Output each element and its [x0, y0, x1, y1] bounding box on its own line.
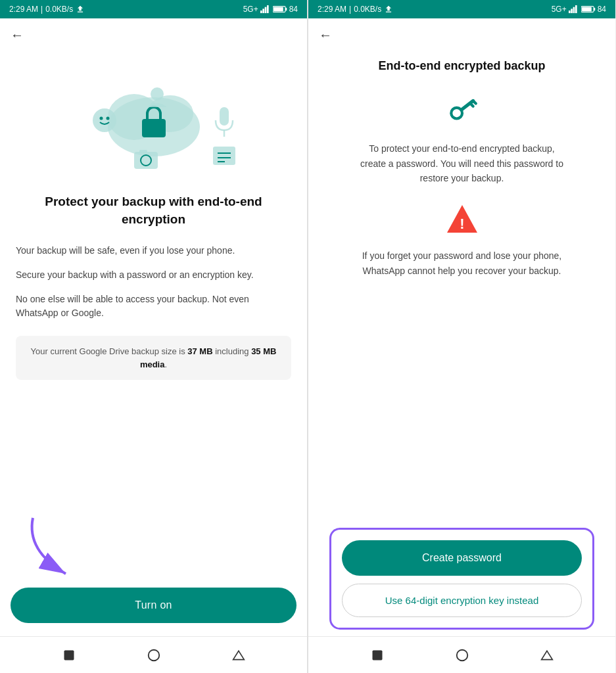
- left-speed: 0.0KB/s: [45, 5, 73, 14]
- upload-icon: [76, 5, 85, 14]
- encryption-key-button[interactable]: Use 64-digit encryption key instead: [342, 584, 582, 617]
- square-icon: [62, 649, 76, 662]
- svg-point-36: [452, 109, 461, 118]
- key-svg-icon: [446, 94, 479, 127]
- warning-info-text: If you forget your password and lose you…: [357, 248, 567, 278]
- left-phone-screen: 2:29 AM | 0.0KB/s 5G+ 84: [0, 0, 308, 673]
- svg-text:!: !: [460, 216, 464, 232]
- svg-rect-15: [134, 152, 158, 169]
- left-bottom-nav: [0, 636, 307, 673]
- svg-marker-27: [233, 651, 244, 659]
- right-signal-icon: [569, 5, 579, 13]
- signal-icon: [260, 5, 271, 13]
- battery-icon: [273, 5, 287, 13]
- svg-rect-18: [220, 107, 229, 126]
- circle-icon: [147, 648, 161, 662]
- right-back-nav-button[interactable]: [453, 646, 471, 664]
- key-info-block: To protect your end-to-end encrypted bac…: [324, 94, 600, 185]
- right-recent-button[interactable]: [538, 646, 556, 664]
- left-time: 2:29 AM: [9, 5, 38, 14]
- action-buttons-box: Create password Use 64-digit encryption …: [329, 528, 594, 630]
- right-square-icon: [371, 649, 384, 662]
- svg-point-12: [99, 117, 103, 120]
- left-network: 5G+: [243, 5, 258, 14]
- left-illustration: [0, 51, 307, 183]
- left-back-button[interactable]: ←: [11, 28, 24, 43]
- left-status-left: 2:29 AM | 0.0KB/s: [9, 5, 85, 14]
- key-info-text: To protect your end-to-end encrypted bac…: [357, 141, 567, 185]
- svg-rect-31: [575, 5, 577, 13]
- svg-rect-6: [273, 7, 283, 12]
- right-content: End-to-end encrypted backup To protect y…: [308, 51, 615, 636]
- right-phone-screen: 2:29 AM | 0.0KB/s 5G+ 84 ←: [308, 0, 615, 673]
- left-status-bar: 2:29 AM | 0.0KB/s 5G+ 84: [0, 0, 307, 18]
- triangle-icon: [232, 649, 245, 662]
- right-triangle-icon: [540, 649, 554, 662]
- right-battery-icon: [581, 5, 596, 13]
- left-battery: 84: [289, 5, 298, 14]
- right-back-button[interactable]: ←: [319, 28, 332, 43]
- create-password-button[interactable]: Create password: [342, 540, 582, 576]
- warning-icon: !: [446, 204, 479, 241]
- key-icon: [446, 94, 479, 133]
- warning-svg-icon: !: [446, 204, 479, 234]
- left-back-nav-button[interactable]: [145, 646, 163, 664]
- svg-rect-29: [571, 9, 573, 13]
- backup-size-value: 37 MB: [187, 346, 212, 356]
- left-feature-2: Secure your backup with a password or an…: [16, 268, 291, 282]
- svg-rect-39: [372, 650, 382, 660]
- right-circle-icon: [455, 648, 469, 662]
- left-feature-1: Your backup will be safe, even if you lo…: [16, 244, 291, 258]
- svg-rect-5: [285, 8, 287, 11]
- right-status-left: 2:29 AM | 0.0KB/s: [318, 5, 393, 14]
- left-speed-separator: |: [41, 5, 43, 14]
- backup-size-prefix: Your current Google Drive backup size is: [31, 346, 188, 356]
- left-feature-3: No one else will be able to access your …: [16, 292, 291, 320]
- left-status-right: 5G+ 84: [243, 5, 298, 14]
- svg-point-26: [148, 649, 159, 661]
- svg-rect-28: [569, 11, 571, 13]
- right-upload-icon: [384, 5, 393, 14]
- right-page-title: End-to-end encrypted backup: [324, 58, 600, 74]
- right-nav-bar: ←: [308, 18, 615, 51]
- left-main-title: Protect your backup with end-to-end encr…: [16, 193, 291, 228]
- right-status-bar: 2:29 AM | 0.0KB/s 5G+ 84: [308, 0, 615, 18]
- backup-size-suffix: including: [213, 346, 252, 356]
- svg-rect-34: [582, 7, 592, 12]
- svg-rect-2: [264, 7, 266, 13]
- svg-rect-25: [64, 650, 74, 660]
- turn-on-button[interactable]: Turn on: [11, 588, 296, 623]
- svg-rect-3: [267, 5, 269, 13]
- svg-point-11: [93, 108, 116, 132]
- right-network: 5G+: [552, 5, 567, 14]
- left-button-area: Turn on: [0, 577, 307, 636]
- left-recent-button[interactable]: [229, 646, 248, 664]
- right-battery: 84: [598, 5, 606, 14]
- right-home-button[interactable]: [368, 646, 387, 664]
- media-suffix: .: [164, 360, 167, 369]
- svg-rect-17: [139, 150, 147, 153]
- svg-rect-33: [594, 8, 595, 11]
- svg-point-40: [456, 649, 467, 661]
- svg-rect-10: [142, 119, 166, 137]
- right-spacer: [324, 296, 600, 522]
- right-time: 2:29 AM: [318, 5, 346, 14]
- svg-point-14: [151, 87, 164, 101]
- left-content: Protect your backup with end-to-end encr…: [0, 183, 307, 577]
- right-speed: 0.0KB/s: [354, 5, 381, 14]
- svg-rect-30: [573, 7, 575, 13]
- right-status-right: 5G+ 84: [552, 5, 606, 14]
- svg-marker-41: [541, 651, 552, 659]
- encryption-illustration: [55, 55, 252, 173]
- left-home-button[interactable]: [60, 646, 78, 664]
- svg-point-13: [106, 117, 109, 120]
- right-bottom-nav: [308, 636, 615, 673]
- svg-rect-0: [260, 11, 262, 13]
- svg-rect-1: [262, 9, 264, 13]
- right-speed-separator: |: [349, 5, 351, 14]
- left-nav-bar: ←: [0, 18, 307, 51]
- warning-info-block: ! If you forget your password and lose y…: [324, 204, 600, 278]
- backup-size-info: Your current Google Drive backup size is…: [16, 336, 291, 380]
